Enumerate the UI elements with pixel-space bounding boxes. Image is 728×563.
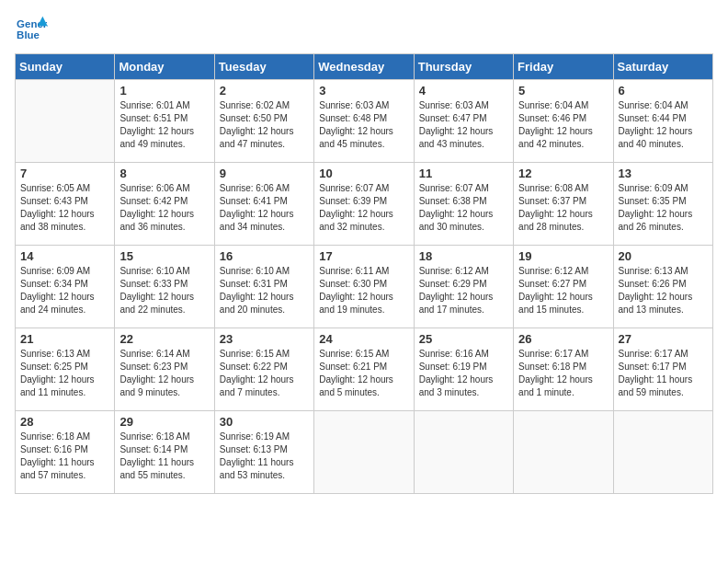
day-number: 18: [419, 249, 508, 263]
day-number: 26: [518, 332, 608, 346]
calendar-cell: 15Sunrise: 6:10 AM Sunset: 6:33 PM Dayli…: [115, 246, 214, 328]
day-number: 25: [419, 332, 508, 346]
calendar-cell: 27Sunrise: 6:17 AM Sunset: 6:17 PM Dayli…: [613, 328, 712, 411]
week-row-0: 1Sunrise: 6:01 AM Sunset: 6:51 PM Daylig…: [16, 80, 713, 163]
calendar-cell: [514, 411, 613, 494]
header-thursday: Thursday: [414, 54, 513, 80]
calendar-cell: 20Sunrise: 6:13 AM Sunset: 6:26 PM Dayli…: [613, 246, 712, 328]
day-detail: Sunrise: 6:18 AM Sunset: 6:16 PM Dayligh…: [20, 431, 109, 482]
calendar-cell: 19Sunrise: 6:12 AM Sunset: 6:27 PM Dayli…: [514, 246, 613, 328]
day-number: 19: [518, 249, 608, 263]
calendar-table: SundayMondayTuesdayWednesdayThursdayFrid…: [15, 53, 713, 494]
day-number: 20: [619, 249, 708, 263]
calendar-cell: 29Sunrise: 6:18 AM Sunset: 6:14 PM Dayli…: [115, 411, 214, 494]
day-number: 29: [119, 415, 209, 429]
day-detail: Sunrise: 6:06 AM Sunset: 6:41 PM Dayligh…: [220, 182, 309, 234]
day-detail: Sunrise: 6:15 AM Sunset: 6:21 PM Dayligh…: [319, 348, 408, 399]
day-number: 30: [220, 415, 309, 429]
day-detail: Sunrise: 6:13 AM Sunset: 6:25 PM Dayligh…: [20, 348, 109, 399]
day-number: 23: [220, 332, 309, 346]
day-detail: Sunrise: 6:14 AM Sunset: 6:23 PM Dayligh…: [119, 348, 209, 399]
header-friday: Friday: [514, 54, 613, 80]
calendar-cell: [414, 411, 513, 494]
header-wednesday: Wednesday: [314, 54, 414, 80]
calendar-cell: 8Sunrise: 6:06 AM Sunset: 6:42 PM Daylig…: [115, 163, 214, 246]
header-saturday: Saturday: [613, 54, 712, 80]
day-detail: Sunrise: 6:09 AM Sunset: 6:35 PM Dayligh…: [619, 182, 708, 234]
week-row-3: 21Sunrise: 6:13 AM Sunset: 6:25 PM Dayli…: [16, 328, 713, 411]
calendar-cell: 3Sunrise: 6:03 AM Sunset: 6:48 PM Daylig…: [314, 80, 414, 163]
day-detail: Sunrise: 6:06 AM Sunset: 6:42 PM Dayligh…: [119, 182, 209, 234]
logo: General Blue: [15, 15, 51, 42]
day-number: 21: [20, 332, 109, 346]
day-number: 5: [518, 84, 608, 98]
calendar-cell: 28Sunrise: 6:18 AM Sunset: 6:16 PM Dayli…: [16, 411, 115, 494]
day-number: 3: [319, 84, 408, 98]
day-number: 1: [119, 84, 209, 98]
calendar-cell: 2Sunrise: 6:02 AM Sunset: 6:50 PM Daylig…: [214, 80, 313, 163]
calendar-cell: [16, 80, 115, 163]
day-number: 13: [619, 167, 708, 180]
day-number: 8: [119, 167, 209, 180]
day-detail: Sunrise: 6:02 AM Sunset: 6:50 PM Dayligh…: [220, 99, 309, 151]
week-row-1: 7Sunrise: 6:05 AM Sunset: 6:43 PM Daylig…: [16, 163, 713, 246]
day-number: 6: [619, 84, 708, 98]
day-detail: Sunrise: 6:16 AM Sunset: 6:19 PM Dayligh…: [419, 348, 508, 399]
day-detail: Sunrise: 6:10 AM Sunset: 6:31 PM Dayligh…: [220, 265, 309, 316]
calendar-cell: 22Sunrise: 6:14 AM Sunset: 6:23 PM Dayli…: [115, 328, 214, 411]
day-number: 11: [419, 167, 508, 180]
calendar-cell: 23Sunrise: 6:15 AM Sunset: 6:22 PM Dayli…: [214, 328, 313, 411]
day-detail: Sunrise: 6:05 AM Sunset: 6:43 PM Dayligh…: [20, 182, 109, 234]
day-number: 9: [220, 167, 309, 180]
day-detail: Sunrise: 6:07 AM Sunset: 6:39 PM Dayligh…: [319, 182, 408, 234]
day-detail: Sunrise: 6:04 AM Sunset: 6:46 PM Dayligh…: [518, 99, 608, 151]
calendar-cell: 9Sunrise: 6:06 AM Sunset: 6:41 PM Daylig…: [214, 163, 313, 246]
day-detail: Sunrise: 6:13 AM Sunset: 6:26 PM Dayligh…: [619, 265, 708, 316]
day-detail: Sunrise: 6:03 AM Sunset: 6:48 PM Dayligh…: [319, 99, 408, 151]
calendar-cell: 1Sunrise: 6:01 AM Sunset: 6:51 PM Daylig…: [115, 80, 214, 163]
day-number: 22: [119, 332, 209, 346]
day-detail: Sunrise: 6:07 AM Sunset: 6:38 PM Dayligh…: [419, 182, 508, 234]
calendar-cell: 14Sunrise: 6:09 AM Sunset: 6:34 PM Dayli…: [16, 246, 115, 328]
calendar-cell: 10Sunrise: 6:07 AM Sunset: 6:39 PM Dayli…: [314, 163, 414, 246]
day-detail: Sunrise: 6:18 AM Sunset: 6:14 PM Dayligh…: [119, 431, 209, 482]
day-detail: Sunrise: 6:11 AM Sunset: 6:30 PM Dayligh…: [319, 265, 408, 316]
day-detail: Sunrise: 6:03 AM Sunset: 6:47 PM Dayligh…: [419, 99, 508, 151]
day-detail: Sunrise: 6:10 AM Sunset: 6:33 PM Dayligh…: [119, 265, 209, 316]
day-number: 17: [319, 249, 408, 263]
calendar-cell: 13Sunrise: 6:09 AM Sunset: 6:35 PM Dayli…: [613, 163, 712, 246]
header-monday: Monday: [115, 54, 214, 80]
calendar-cell: 7Sunrise: 6:05 AM Sunset: 6:43 PM Daylig…: [16, 163, 115, 246]
day-detail: Sunrise: 6:09 AM Sunset: 6:34 PM Dayligh…: [20, 265, 109, 316]
day-detail: Sunrise: 6:17 AM Sunset: 6:17 PM Dayligh…: [619, 348, 708, 399]
day-detail: Sunrise: 6:15 AM Sunset: 6:22 PM Dayligh…: [220, 348, 309, 399]
day-number: 24: [319, 332, 408, 346]
calendar-cell: 6Sunrise: 6:04 AM Sunset: 6:44 PM Daylig…: [613, 80, 712, 163]
week-row-2: 14Sunrise: 6:09 AM Sunset: 6:34 PM Dayli…: [16, 246, 713, 328]
day-number: 12: [518, 167, 608, 180]
calendar-cell: 24Sunrise: 6:15 AM Sunset: 6:21 PM Dayli…: [314, 328, 414, 411]
day-number: 16: [220, 249, 309, 263]
svg-text:Blue: Blue: [17, 29, 40, 40]
header-sunday: Sunday: [16, 54, 115, 80]
calendar-cell: [613, 411, 712, 494]
calendar-cell: 4Sunrise: 6:03 AM Sunset: 6:47 PM Daylig…: [414, 80, 513, 163]
day-detail: Sunrise: 6:01 AM Sunset: 6:51 PM Dayligh…: [119, 99, 209, 151]
calendar-cell: 26Sunrise: 6:17 AM Sunset: 6:18 PM Dayli…: [514, 328, 613, 411]
day-detail: Sunrise: 6:17 AM Sunset: 6:18 PM Dayligh…: [518, 348, 608, 399]
day-number: 28: [20, 415, 109, 429]
day-detail: Sunrise: 6:19 AM Sunset: 6:13 PM Dayligh…: [220, 431, 309, 482]
day-number: 14: [20, 249, 109, 263]
day-number: 7: [20, 167, 109, 180]
day-number: 2: [220, 84, 309, 98]
day-detail: Sunrise: 6:12 AM Sunset: 6:29 PM Dayligh…: [419, 265, 508, 316]
day-number: 15: [119, 249, 209, 263]
header-tuesday: Tuesday: [214, 54, 313, 80]
calendar-cell: 30Sunrise: 6:19 AM Sunset: 6:13 PM Dayli…: [214, 411, 313, 494]
day-number: 4: [419, 84, 508, 98]
calendar-cell: 17Sunrise: 6:11 AM Sunset: 6:30 PM Dayli…: [314, 246, 414, 328]
week-row-4: 28Sunrise: 6:18 AM Sunset: 6:16 PM Dayli…: [16, 411, 713, 494]
calendar-cell: 5Sunrise: 6:04 AM Sunset: 6:46 PM Daylig…: [514, 80, 613, 163]
page-header: General Blue: [15, 15, 713, 42]
calendar-header-row: SundayMondayTuesdayWednesdayThursdayFrid…: [16, 54, 713, 80]
